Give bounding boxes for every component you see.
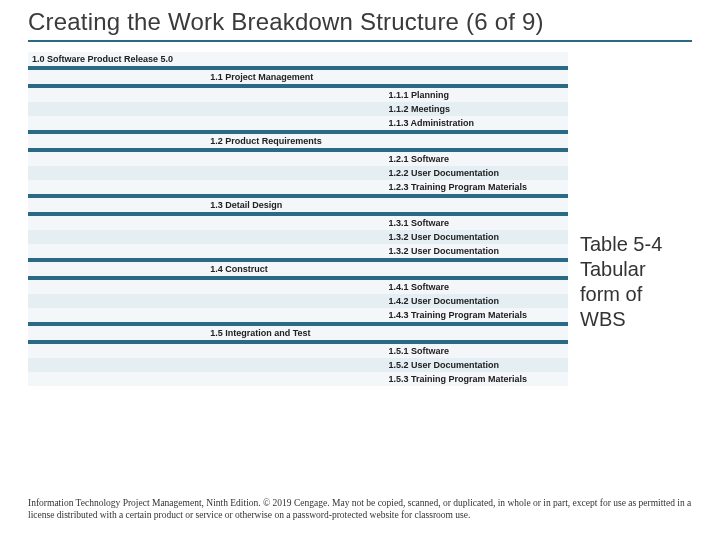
table-cell: 1.1.3 Administration bbox=[384, 116, 568, 130]
table-cell bbox=[206, 372, 384, 386]
table-cell bbox=[206, 308, 384, 322]
table-row: 1.3.2 User Documentation bbox=[28, 244, 568, 258]
table-cell: 1.2.2 User Documentation bbox=[384, 166, 568, 180]
table-cell bbox=[28, 70, 206, 84]
table-cell bbox=[28, 244, 206, 258]
table-cell bbox=[28, 198, 206, 212]
table-cell bbox=[384, 52, 568, 66]
table-row: 1.1.1 Planning bbox=[28, 88, 568, 102]
table-cell: 1.4.2 User Documentation bbox=[384, 294, 568, 308]
caption-line-2: Tabular bbox=[580, 257, 692, 282]
table-row: 1.4.1 Software bbox=[28, 280, 568, 294]
table-cell bbox=[206, 88, 384, 102]
side-caption: Table 5-4 Tabular form of WBS bbox=[580, 52, 692, 332]
table-cell bbox=[28, 326, 206, 340]
table-row: 1.1.2 Meetings bbox=[28, 102, 568, 116]
table-cell: 1.2 Product Requirements bbox=[206, 134, 384, 148]
table-cell bbox=[28, 294, 206, 308]
table-cell bbox=[384, 326, 568, 340]
table-cell bbox=[206, 180, 384, 194]
table-cell bbox=[28, 180, 206, 194]
caption-line-3: form of bbox=[580, 282, 692, 307]
wbs-table-wrap: 1.0 Software Product Release 5.01.1 Proj… bbox=[28, 52, 568, 386]
table-cell: 1.3.2 User Documentation bbox=[384, 230, 568, 244]
table-cell: 1.1.1 Planning bbox=[384, 88, 568, 102]
caption-line-4: WBS bbox=[580, 307, 692, 332]
table-cell: 1.3.2 User Documentation bbox=[384, 244, 568, 258]
table-cell bbox=[28, 262, 206, 276]
table-cell bbox=[384, 70, 568, 84]
table-row: 1.0 Software Product Release 5.0 bbox=[28, 52, 568, 66]
table-cell: 1.3.1 Software bbox=[384, 216, 568, 230]
table-cell bbox=[28, 134, 206, 148]
table-row: 1.4.2 User Documentation bbox=[28, 294, 568, 308]
table-cell bbox=[206, 294, 384, 308]
table-cell bbox=[206, 230, 384, 244]
table-cell: 1.5 Integration and Test bbox=[206, 326, 384, 340]
table-row: 1.5.3 Training Program Materials bbox=[28, 372, 568, 386]
table-cell: 1.1 Project Management bbox=[206, 70, 384, 84]
table-cell bbox=[206, 152, 384, 166]
table-row: 1.1.3 Administration bbox=[28, 116, 568, 130]
table-row: 1.4.3 Training Program Materials bbox=[28, 308, 568, 322]
table-cell bbox=[206, 344, 384, 358]
table-row: 1.4 Construct bbox=[28, 262, 568, 276]
table-cell bbox=[28, 166, 206, 180]
table-cell bbox=[206, 116, 384, 130]
table-cell bbox=[28, 358, 206, 372]
table-cell bbox=[384, 134, 568, 148]
title-bar: Creating the Work Breakdown Structure (6… bbox=[28, 8, 692, 42]
caption-line-1: Table 5-4 bbox=[580, 232, 692, 257]
table-cell bbox=[28, 280, 206, 294]
page-title: Creating the Work Breakdown Structure (6… bbox=[28, 8, 692, 36]
table-row: 1.3.2 User Documentation bbox=[28, 230, 568, 244]
table-cell: 1.4.3 Training Program Materials bbox=[384, 308, 568, 322]
table-row: 1.5.1 Software bbox=[28, 344, 568, 358]
table-cell bbox=[206, 280, 384, 294]
table-cell bbox=[28, 344, 206, 358]
table-row: 1.2.3 Training Program Materials bbox=[28, 180, 568, 194]
table-cell bbox=[28, 116, 206, 130]
table-row: 1.2.1 Software bbox=[28, 152, 568, 166]
table-cell: 1.5.1 Software bbox=[384, 344, 568, 358]
table-cell bbox=[384, 198, 568, 212]
table-row: 1.1 Project Management bbox=[28, 70, 568, 84]
table-cell: 1.5.2 User Documentation bbox=[384, 358, 568, 372]
table-cell bbox=[384, 262, 568, 276]
copyright-footnote: Information Technology Project Managemen… bbox=[28, 498, 692, 522]
table-cell bbox=[206, 102, 384, 116]
table-cell bbox=[28, 230, 206, 244]
table-cell: 1.4 Construct bbox=[206, 262, 384, 276]
table-cell: 1.5.3 Training Program Materials bbox=[384, 372, 568, 386]
table-cell bbox=[206, 244, 384, 258]
table-cell: 1.4.1 Software bbox=[384, 280, 568, 294]
table-cell bbox=[28, 152, 206, 166]
table-cell bbox=[206, 216, 384, 230]
table-cell: 1.1.2 Meetings bbox=[384, 102, 568, 116]
wbs-table: 1.0 Software Product Release 5.01.1 Proj… bbox=[28, 52, 568, 386]
table-cell: 1.0 Software Product Release 5.0 bbox=[28, 52, 206, 66]
table-row: 1.2.2 User Documentation bbox=[28, 166, 568, 180]
table-row: 1.5.2 User Documentation bbox=[28, 358, 568, 372]
table-row: 1.5 Integration and Test bbox=[28, 326, 568, 340]
table-cell bbox=[28, 372, 206, 386]
table-cell bbox=[28, 88, 206, 102]
table-cell: 1.3 Detail Design bbox=[206, 198, 384, 212]
table-cell: 1.2.3 Training Program Materials bbox=[384, 180, 568, 194]
table-cell bbox=[206, 166, 384, 180]
table-row: 1.3.1 Software bbox=[28, 216, 568, 230]
table-cell bbox=[206, 52, 384, 66]
table-row: 1.2 Product Requirements bbox=[28, 134, 568, 148]
content-row: 1.0 Software Product Release 5.01.1 Proj… bbox=[28, 52, 692, 386]
table-cell bbox=[28, 216, 206, 230]
table-cell: 1.2.1 Software bbox=[384, 152, 568, 166]
slide: Creating the Work Breakdown Structure (6… bbox=[0, 0, 720, 540]
table-cell bbox=[28, 308, 206, 322]
table-row: 1.3 Detail Design bbox=[28, 198, 568, 212]
table-cell bbox=[206, 358, 384, 372]
table-cell bbox=[28, 102, 206, 116]
